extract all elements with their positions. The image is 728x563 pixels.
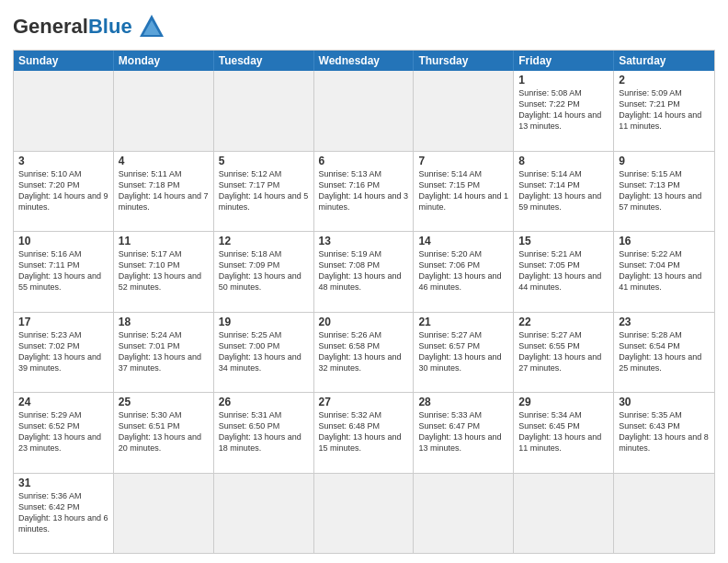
day-number: 25 [119,396,209,408]
day-number: 20 [319,316,409,328]
day-number: 2 [619,74,710,86]
empty-cell [314,71,415,151]
day-info: Sunrise: 5:29 AM Sunset: 6:52 PM Dayligh… [18,409,108,454]
calendar-header: SundayMondayTuesdayWednesdayThursdayFrid… [14,51,714,71]
calendar-row-5: 31Sunrise: 5:36 AM Sunset: 6:42 PM Dayli… [14,473,714,554]
day-info: Sunrise: 5:28 AM Sunset: 6:54 PM Dayligh… [619,329,710,374]
day-cell-6: 6Sunrise: 5:13 AM Sunset: 7:16 PM Daylig… [314,152,415,232]
day-number: 29 [518,396,609,408]
calendar: SundayMondayTuesdayWednesdayThursdayFrid… [13,50,715,554]
calendar-row-2: 10Sunrise: 5:16 AM Sunset: 7:11 PM Dayli… [14,231,714,312]
day-cell-20: 20Sunrise: 5:26 AM Sunset: 6:58 PM Dayli… [314,313,415,393]
day-info: Sunrise: 5:35 AM Sunset: 6:43 PM Dayligh… [619,409,710,454]
day-cell-9: 9Sunrise: 5:15 AM Sunset: 7:13 PM Daylig… [614,152,714,232]
day-number: 28 [418,396,508,408]
day-info: Sunrise: 5:14 AM Sunset: 7:14 PM Dayligh… [518,168,609,213]
day-cell-1: 1Sunrise: 5:08 AM Sunset: 7:22 PM Daylig… [514,71,614,151]
day-info: Sunrise: 5:33 AM Sunset: 6:47 PM Dayligh… [418,409,508,454]
day-cell-16: 16Sunrise: 5:22 AM Sunset: 7:04 PM Dayli… [614,232,714,312]
empty-cell [614,474,714,554]
day-cell-3: 3Sunrise: 5:10 AM Sunset: 7:20 PM Daylig… [14,152,114,232]
empty-cell [114,474,214,554]
day-info: Sunrise: 5:27 AM Sunset: 6:55 PM Dayligh… [518,329,609,374]
day-cell-10: 10Sunrise: 5:16 AM Sunset: 7:11 PM Dayli… [14,232,114,312]
day-info: Sunrise: 5:27 AM Sunset: 6:57 PM Dayligh… [418,329,508,374]
day-number: 21 [418,316,508,328]
empty-cell [514,474,614,554]
day-number: 31 [18,477,108,489]
day-info: Sunrise: 5:10 AM Sunset: 7:20 PM Dayligh… [18,168,108,213]
day-number: 1 [518,74,609,86]
calendar-body: 1Sunrise: 5:08 AM Sunset: 7:22 PM Daylig… [14,71,714,553]
weekday-header-sunday: Sunday [14,51,114,71]
day-number: 13 [319,235,409,247]
day-info: Sunrise: 5:34 AM Sunset: 6:45 PM Dayligh… [518,409,609,454]
day-cell-18: 18Sunrise: 5:24 AM Sunset: 7:01 PM Dayli… [114,313,214,393]
day-cell-5: 5Sunrise: 5:12 AM Sunset: 7:17 PM Daylig… [214,152,314,232]
day-number: 23 [619,316,710,328]
day-info: Sunrise: 5:15 AM Sunset: 7:13 PM Dayligh… [619,168,710,213]
day-cell-7: 7Sunrise: 5:14 AM Sunset: 7:15 PM Daylig… [414,152,514,232]
day-info: Sunrise: 5:36 AM Sunset: 6:42 PM Dayligh… [18,490,108,535]
day-cell-31: 31Sunrise: 5:36 AM Sunset: 6:42 PM Dayli… [14,474,114,554]
day-cell-4: 4Sunrise: 5:11 AM Sunset: 7:18 PM Daylig… [114,152,214,232]
page: GeneralBlue SundayMondayTuesdayWednesday… [0,0,728,563]
day-number: 19 [219,316,309,328]
day-info: Sunrise: 5:20 AM Sunset: 7:06 PM Dayligh… [418,248,508,293]
day-cell-30: 30Sunrise: 5:35 AM Sunset: 6:43 PM Dayli… [614,393,714,473]
day-number: 10 [18,235,108,247]
empty-cell [414,71,514,151]
day-number: 6 [319,155,409,167]
day-info: Sunrise: 5:25 AM Sunset: 7:00 PM Dayligh… [219,329,309,374]
logo: GeneralBlue [13,11,167,42]
weekday-header-friday: Friday [514,51,614,71]
day-cell-14: 14Sunrise: 5:20 AM Sunset: 7:06 PM Dayli… [414,232,514,312]
calendar-row-3: 17Sunrise: 5:23 AM Sunset: 7:02 PM Dayli… [14,312,714,393]
day-number: 11 [119,235,209,247]
day-cell-21: 21Sunrise: 5:27 AM Sunset: 6:57 PM Dayli… [414,313,514,393]
day-info: Sunrise: 5:17 AM Sunset: 7:10 PM Dayligh… [119,248,209,293]
day-info: Sunrise: 5:24 AM Sunset: 7:01 PM Dayligh… [119,329,209,374]
day-cell-26: 26Sunrise: 5:31 AM Sunset: 6:50 PM Dayli… [214,393,314,473]
day-info: Sunrise: 5:11 AM Sunset: 7:18 PM Dayligh… [119,168,209,213]
weekday-header-saturday: Saturday [614,51,714,71]
weekday-header-tuesday: Tuesday [214,51,314,71]
weekday-header-monday: Monday [114,51,214,71]
day-cell-2: 2Sunrise: 5:09 AM Sunset: 7:21 PM Daylig… [614,71,714,151]
empty-cell [114,71,214,151]
day-cell-24: 24Sunrise: 5:29 AM Sunset: 6:52 PM Dayli… [14,393,114,473]
day-number: 9 [619,155,710,167]
day-cell-13: 13Sunrise: 5:19 AM Sunset: 7:08 PM Dayli… [314,232,415,312]
day-number: 15 [518,235,609,247]
day-cell-15: 15Sunrise: 5:21 AM Sunset: 7:05 PM Dayli… [514,232,614,312]
day-number: 12 [219,235,309,247]
day-number: 17 [18,316,108,328]
day-number: 3 [18,155,108,167]
day-cell-28: 28Sunrise: 5:33 AM Sunset: 6:47 PM Dayli… [414,393,514,473]
logo-blue: Blue [88,15,132,38]
day-cell-23: 23Sunrise: 5:28 AM Sunset: 6:54 PM Dayli… [614,313,714,393]
day-info: Sunrise: 5:21 AM Sunset: 7:05 PM Dayligh… [518,248,609,293]
day-info: Sunrise: 5:32 AM Sunset: 6:48 PM Dayligh… [319,409,409,454]
day-info: Sunrise: 5:22 AM Sunset: 7:04 PM Dayligh… [619,248,710,293]
day-cell-25: 25Sunrise: 5:30 AM Sunset: 6:51 PM Dayli… [114,393,214,473]
empty-cell [414,474,514,554]
day-info: Sunrise: 5:23 AM Sunset: 7:02 PM Dayligh… [18,329,108,374]
day-number: 16 [619,235,710,247]
day-number: 30 [619,396,710,408]
day-cell-8: 8Sunrise: 5:14 AM Sunset: 7:14 PM Daylig… [514,152,614,232]
day-info: Sunrise: 5:16 AM Sunset: 7:11 PM Dayligh… [18,248,108,293]
empty-cell [314,474,415,554]
day-info: Sunrise: 5:18 AM Sunset: 7:09 PM Dayligh… [219,248,309,293]
day-cell-27: 27Sunrise: 5:32 AM Sunset: 6:48 PM Dayli… [314,393,415,473]
day-number: 4 [119,155,209,167]
day-cell-12: 12Sunrise: 5:18 AM Sunset: 7:09 PM Dayli… [214,232,314,312]
day-number: 18 [119,316,209,328]
day-info: Sunrise: 5:08 AM Sunset: 7:22 PM Dayligh… [518,87,609,132]
day-number: 5 [219,155,309,167]
calendar-row-0: 1Sunrise: 5:08 AM Sunset: 7:22 PM Daylig… [14,71,714,151]
day-info: Sunrise: 5:12 AM Sunset: 7:17 PM Dayligh… [219,168,309,213]
day-number: 26 [219,396,309,408]
day-info: Sunrise: 5:19 AM Sunset: 7:08 PM Dayligh… [319,248,409,293]
empty-cell [214,71,314,151]
